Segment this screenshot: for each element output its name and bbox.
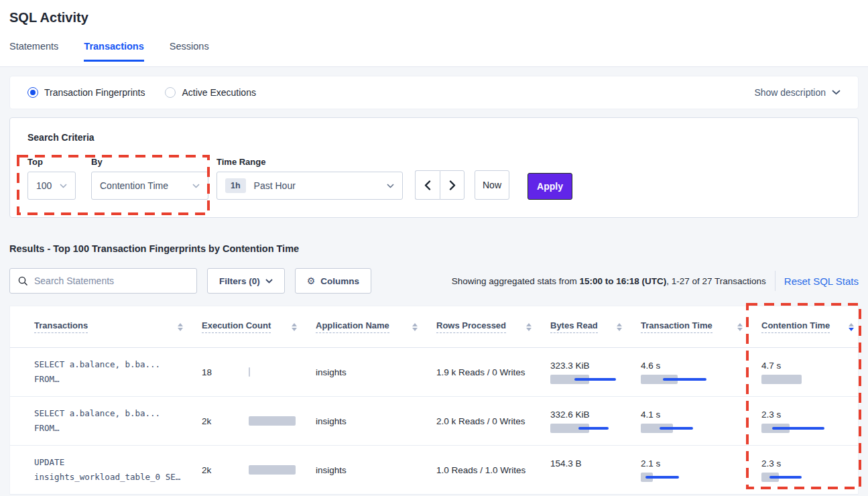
showing-stats-text: Showing aggregated stats from 15:00 to 1… — [452, 276, 766, 286]
bytes-read-cell: 154.3 B — [550, 458, 641, 482]
contention-time-bar — [761, 375, 802, 384]
contention-time-cell: 4.7 s — [761, 361, 858, 384]
chevron-left-icon — [424, 180, 431, 190]
contention-time-cell: 2.3 s — [761, 410, 858, 433]
next-time-button[interactable] — [440, 170, 464, 200]
now-button[interactable]: Now — [475, 170, 509, 200]
transaction-time-value: 2.1 s — [641, 458, 761, 469]
execution-count-cell: 2k — [202, 416, 316, 426]
page-title: SQL Activity — [9, 10, 859, 25]
col-application-name[interactable]: Application Name — [316, 320, 389, 333]
time-range-select[interactable]: 1h Past Hour — [216, 172, 403, 200]
bytes-read-value: 154.3 B — [550, 458, 641, 469]
transaction-time-mean-line — [663, 378, 706, 381]
columns-label: Columns — [320, 276, 359, 286]
execution-count-value: 2k — [202, 465, 241, 475]
rows-processed-value: 2.0 k Reads / 0 Writes — [436, 416, 550, 426]
radio-selected-icon — [27, 87, 38, 98]
reset-sql-stats-link[interactable]: Reset SQL Stats — [784, 275, 859, 287]
showing-suffix: , 1-27 of 27 Transactions — [666, 276, 766, 286]
sort-contention-time-active[interactable] — [849, 323, 854, 331]
execution-count-value: 18 — [202, 367, 241, 377]
transaction-time-value: 4.1 s — [641, 410, 761, 420]
chevron-down-icon — [387, 184, 394, 188]
transaction-fingerprint-link[interactable]: SELECT a.balance, b.ba...FROM… — [34, 406, 202, 436]
top-label: Top — [27, 157, 76, 167]
chevron-down-icon — [265, 279, 273, 284]
application-name-value: insights — [316, 367, 436, 377]
table-row: SELECT a.balance, b.ba...FROM… 18 insigh… — [10, 348, 858, 397]
radio-transaction-fingerprints[interactable]: Transaction Fingerprints — [27, 87, 145, 98]
by-label: By — [91, 157, 208, 167]
results-toolbar: Filters (0) ⚙ Columns Showing aggregated… — [9, 268, 859, 294]
chevron-down-icon — [192, 184, 200, 188]
table-row: SELECT a.balance, b.ba...FROM… 2k insigh… — [10, 397, 858, 446]
application-name-value: insights — [316, 465, 436, 475]
application-name-value: insights — [316, 416, 436, 426]
toolbar-divider — [775, 271, 776, 291]
execution-count-bar — [249, 416, 296, 426]
time-range-field: Time Range 1h Past Hour — [216, 157, 403, 200]
contention-time-value: 2.3 s — [761, 458, 858, 469]
tab-bar: Statements Transactions Sessions — [9, 41, 859, 62]
radio-active-executions[interactable]: Active Executions — [165, 87, 256, 98]
bytes-read-mean-line — [574, 378, 616, 381]
transaction-time-value: 4.6 s — [641, 361, 761, 371]
chevron-down-icon — [832, 90, 841, 95]
col-transaction-time[interactable]: Transaction Time — [641, 320, 712, 333]
sort-bytes-read[interactable] — [617, 323, 622, 331]
apply-button[interactable]: Apply — [528, 173, 572, 200]
bytes-read-cell: 332.6 KiB — [550, 410, 641, 433]
contention-time-value: 2.3 s — [761, 410, 858, 420]
sort-execution-count[interactable] — [292, 323, 297, 331]
col-rows-processed[interactable]: Rows Processed — [436, 320, 506, 333]
table-header-row: Transactions Execution Count Application… — [10, 306, 858, 348]
col-contention-time[interactable]: Contention Time — [761, 320, 830, 333]
contention-time-mean-line — [772, 427, 824, 430]
execution-count-bar — [249, 367, 250, 377]
sort-transaction-time[interactable] — [737, 323, 743, 331]
top-value: 100 — [36, 180, 60, 191]
top-select[interactable]: 100 — [27, 172, 76, 200]
transaction-fingerprint-link[interactable]: UPDATEinsights_workload_table_0 SE… — [34, 455, 202, 485]
bytes-read-cell: 323.3 KiB — [550, 361, 641, 384]
col-transactions[interactable]: Transactions — [34, 320, 88, 333]
chevron-down-icon — [60, 184, 67, 188]
search-criteria-title: Search Criteria — [27, 132, 841, 143]
top-field: Top 100 — [27, 157, 76, 200]
transactions-table: Transactions Execution Count Application… — [9, 306, 859, 495]
sort-application-name[interactable] — [412, 323, 418, 331]
sort-transactions[interactable] — [178, 323, 183, 331]
execution-count-value: 2k — [202, 416, 241, 426]
transaction-time-cell: 4.1 s — [641, 410, 761, 433]
tab-transactions[interactable]: Transactions — [84, 41, 143, 62]
rows-processed-value: 1.0 Reads / 1.0 Writes — [436, 465, 550, 475]
sort-rows-processed[interactable] — [526, 323, 532, 331]
bytes-read-mean-line — [578, 427, 609, 430]
sql-activity-page: { "page": { "title": "SQL Activity" }, "… — [0, 0, 868, 496]
chevron-right-icon — [449, 180, 456, 190]
tab-statements[interactable]: Statements — [9, 41, 58, 62]
transaction-fingerprint-link[interactable]: SELECT a.balance, b.ba...FROM… — [34, 357, 202, 387]
rows-processed-value: 1.9 k Reads / 0 Writes — [436, 367, 550, 377]
transaction-time-cell: 2.1 s — [641, 458, 761, 482]
filters-button[interactable]: Filters (0) — [207, 268, 285, 294]
time-range-value: Past Hour — [254, 180, 387, 191]
show-description-toggle[interactable]: Show description — [754, 87, 841, 98]
transaction-time-mean-line — [645, 476, 679, 479]
search-statements-box — [9, 268, 197, 294]
showing-time-range: 15:00 to 16:18 (UTC) — [579, 276, 666, 286]
bytes-read-value: 332.6 KiB — [550, 410, 641, 420]
execution-count-cell: 18 — [202, 367, 316, 377]
time-range-label: Time Range — [216, 157, 403, 167]
by-select[interactable]: Contention Time — [91, 172, 208, 200]
previous-time-button[interactable] — [415, 170, 440, 200]
col-execution-count[interactable]: Execution Count — [202, 320, 271, 333]
col-bytes-read[interactable]: Bytes Read — [550, 320, 598, 333]
show-description-label: Show description — [754, 87, 826, 98]
bytes-read-value: 323.3 KiB — [550, 361, 641, 371]
search-statements-input[interactable] — [34, 275, 188, 286]
search-icon — [18, 276, 28, 286]
columns-button[interactable]: ⚙ Columns — [295, 268, 371, 294]
tab-sessions[interactable]: Sessions — [170, 41, 209, 62]
